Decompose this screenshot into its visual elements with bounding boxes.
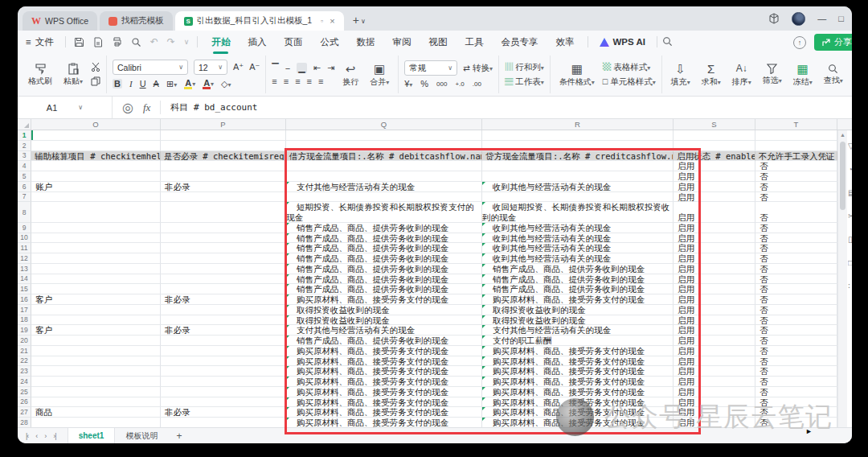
wrap-text-button[interactable]: ↩ 换行 — [339, 62, 362, 88]
increase-font-button[interactable]: A⁺ — [233, 62, 244, 72]
cell-T28[interactable]: 否 — [755, 418, 837, 427]
cell-O20[interactable] — [31, 336, 161, 346]
row-header-15[interactable]: 15 — [18, 284, 31, 294]
cell-T14[interactable]: 否 — [755, 274, 837, 285]
row-header-28[interactable]: 28 — [18, 418, 31, 427]
formula-input[interactable]: 科目 # bd_account — [161, 101, 257, 113]
insert-function-icon[interactable]: fx — [143, 101, 150, 114]
cell-R13[interactable]: 销售产成品、商品、提供劳务收到的现金 — [482, 264, 674, 274]
row-header-16[interactable]: 16 — [18, 294, 31, 305]
cell-S2[interactable] — [674, 141, 755, 151]
row-header-5[interactable]: 5 — [18, 171, 31, 182]
cell-S8[interactable]: 启用 — [674, 202, 755, 223]
cell-R22[interactable]: 购买原材料、商品、接受劳务支付的现金 — [482, 356, 674, 367]
cell-R11[interactable]: 收到其他与经营活动有关的现金 — [482, 243, 674, 253]
column-header-S[interactable]: S — [674, 119, 755, 130]
cell-S12[interactable]: 启用 — [674, 253, 755, 264]
row-header-2[interactable]: 2 — [18, 141, 31, 151]
add-sheet-button[interactable]: + — [176, 430, 182, 442]
align-distribute-button[interactable]: ≡ — [318, 76, 323, 86]
cell-O28[interactable] — [31, 418, 161, 427]
find-button[interactable]: 查找▾ — [821, 64, 846, 86]
minimize-button[interactable]: — — [817, 14, 826, 23]
column-header-T[interactable]: T — [755, 119, 837, 130]
cell-R27[interactable]: 购买原材料、商品、接受劳务支付的现金 — [482, 407, 674, 418]
cell-Q20[interactable]: 销售产成品、商品、提供劳务收到的现金 — [286, 336, 482, 346]
cell-Q13[interactable]: 销售产成品、商品、提供劳务收到的现金 — [286, 264, 482, 274]
cell-R5[interactable] — [482, 171, 674, 182]
row-header-25[interactable]: 25 — [18, 387, 31, 397]
fill-button[interactable]: ⇩ 填充▾ — [668, 62, 694, 88]
cell-Q5[interactable] — [286, 171, 482, 182]
borders-button[interactable]: ⊞▾ — [166, 79, 177, 89]
tab-list-chevron-icon[interactable]: ∨ — [361, 18, 366, 25]
cell-Q8[interactable]: 短期投资、长期债券投资和长期股权投资支付的现金 — [286, 202, 482, 223]
cell-P23[interactable] — [161, 366, 286, 377]
save-icon[interactable] — [74, 37, 84, 47]
cell-O21[interactable] — [31, 346, 161, 356]
cell-S10[interactable]: 启用 — [674, 233, 755, 244]
column-header-O[interactable]: O — [31, 119, 161, 130]
search-icon[interactable] — [662, 36, 673, 48]
row-header-20[interactable]: 20 — [18, 336, 31, 346]
strikethrough-button[interactable]: A — [154, 79, 159, 89]
sidebar-icon[interactable]: ∶ — [848, 282, 852, 290]
cell-S11[interactable]: 启用 — [674, 243, 755, 253]
cell-R6[interactable]: 收到其他与经营活动有关的现金 — [482, 182, 674, 192]
cell-R7[interactable] — [482, 192, 674, 203]
cell-P9[interactable] — [161, 223, 286, 233]
undo-icon[interactable]: ↶ — [150, 36, 158, 47]
paste-button[interactable]: 粘贴▾ — [60, 63, 86, 87]
cell-T21[interactable]: 否 — [755, 346, 837, 356]
sidebar-icon[interactable]: ◫ — [848, 235, 852, 244]
cell-T25[interactable]: 否 — [755, 387, 837, 397]
column-header-Q[interactable]: Q — [286, 119, 482, 130]
cell-P6[interactable]: 非必录 — [161, 182, 286, 192]
cell-P27[interactable]: 非必录 — [161, 407, 286, 418]
cell-S5[interactable]: 启用 — [674, 171, 755, 182]
cell-S22[interactable]: 启用 — [674, 356, 755, 367]
row-header-27[interactable]: 27 — [18, 407, 31, 418]
cell-Q17[interactable]: 取得投资收益收到的现金 — [286, 305, 482, 315]
cell-T12[interactable]: 否 — [755, 253, 837, 264]
cell-T16[interactable]: 否 — [755, 294, 837, 305]
align-left-button[interactable]: ≡ — [272, 76, 276, 86]
last-sheet-button[interactable]: ›| — [53, 432, 55, 440]
row-header-13[interactable]: 13 — [18, 264, 31, 274]
align-justify-button[interactable]: ≡ — [307, 76, 312, 86]
row-header-21[interactable]: 21 — [18, 346, 31, 356]
cell-O2[interactable] — [31, 141, 161, 151]
cell-O12[interactable] — [31, 253, 161, 264]
cell-P21[interactable] — [161, 346, 286, 356]
cell-Q21[interactable]: 购买原材料、商品、接受劳务支付的现金 — [286, 346, 482, 356]
cell-S18[interactable]: 启用 — [674, 315, 755, 326]
cell-O4[interactable] — [31, 161, 161, 171]
cell-P1[interactable] — [161, 130, 286, 141]
increase-indent-button[interactable]: ⇥ — [327, 63, 334, 73]
cell-O14[interactable] — [31, 274, 161, 285]
cell-O3[interactable]: 辅助核算项目 # checkitemhelp — [31, 151, 161, 162]
cell-T6[interactable]: 否 — [755, 182, 837, 192]
cell-P10[interactable] — [161, 233, 286, 244]
cell-T26[interactable]: 否 — [755, 397, 837, 408]
scroll-up-icon[interactable]: ▲ — [840, 132, 845, 138]
cell-P26[interactable] — [161, 397, 286, 408]
print-preview-icon[interactable] — [131, 37, 141, 47]
cell-O11[interactable] — [31, 243, 161, 253]
cell-S17[interactable]: 启用 — [674, 305, 755, 315]
user-avatar[interactable] — [792, 12, 805, 26]
cell-Q2[interactable] — [286, 141, 482, 151]
cell-Q6[interactable]: 支付其他与经营活动有关的现金 — [286, 182, 482, 192]
sidebar-icon[interactable]: □ — [848, 258, 852, 267]
cell-T9[interactable]: 否 — [755, 223, 837, 233]
filter-button[interactable]: 筛选▾ — [760, 64, 785, 86]
cell-S26[interactable]: 启用 — [674, 397, 755, 408]
row-header-3[interactable]: 3 — [18, 151, 31, 162]
row-header-8[interactable]: 8 — [18, 202, 31, 223]
row-header-7[interactable]: 7 — [18, 192, 31, 203]
cell-R3[interactable]: 贷方现金流量项目:.名称 # creditcashflow.name — [482, 151, 674, 162]
font-name-select[interactable]: Calibri ∨ — [113, 60, 188, 75]
cell-Q1[interactable] — [286, 130, 482, 141]
row-header-6[interactable]: 6 — [18, 182, 31, 192]
align-center-button[interactable]: ≡ — [284, 76, 289, 86]
